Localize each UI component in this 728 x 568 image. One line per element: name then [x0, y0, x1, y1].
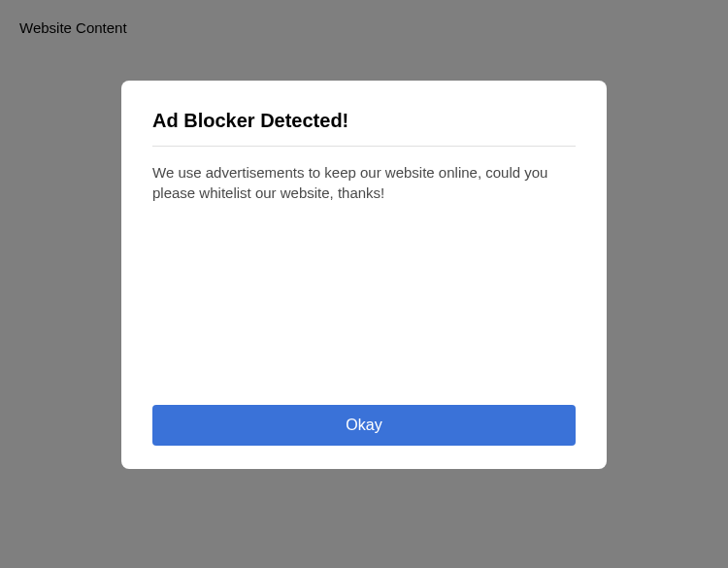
adblock-modal: Ad Blocker Detected! We use advertisemen…	[121, 81, 607, 469]
modal-divider	[152, 146, 576, 147]
okay-button[interactable]: Okay	[152, 405, 576, 446]
modal-footer: Okay	[152, 405, 576, 446]
modal-message: We use advertisements to keep our websit…	[152, 162, 576, 405]
modal-title: Ad Blocker Detected!	[152, 110, 576, 132]
modal-overlay: Ad Blocker Detected! We use advertisemen…	[0, 0, 728, 568]
